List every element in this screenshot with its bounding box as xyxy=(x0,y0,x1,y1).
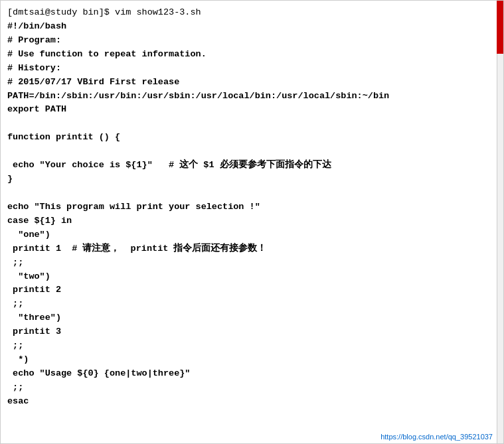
line-printit3: printit 3 xyxy=(7,325,497,339)
line-dsemi2: ;; xyxy=(7,297,497,311)
line-export: export PATH xyxy=(7,103,497,117)
terminal-window: [dmtsai@study bin]$ vim show123-3.sh #!/… xyxy=(0,0,504,444)
line-comment3: # History: xyxy=(7,62,497,76)
line-path: PATH=/bin:/sbin:/usr/bin:/usr/sbin:/usr/… xyxy=(7,90,497,104)
line-dsemi4: ;; xyxy=(7,381,497,395)
line-prompt: [dmtsai@study bin]$ vim show123-3.sh xyxy=(7,6,497,20)
line-comment4: # 2015/07/17 VBird First release xyxy=(7,76,497,90)
line-printit2: printit 2 xyxy=(7,283,497,297)
line-echo1: echo "Your choice is ${1}" # 这个 $1 必须要参考… xyxy=(7,159,497,173)
line-comment1: # Program: xyxy=(7,34,497,48)
line-shebang: #!/bin/bash xyxy=(7,20,497,34)
line-blank2 xyxy=(7,145,497,159)
line-echo2: echo "This program will print your selec… xyxy=(7,200,497,214)
watermark: https://blog.csdn.net/qq_39521037 xyxy=(380,433,493,441)
line-one: "one") xyxy=(7,228,497,242)
line-dsemi1: ;; xyxy=(7,256,497,270)
line-two: "two") xyxy=(7,270,497,284)
line-printit1: printit 1 # 请注意， printit 指令后面还有接参数！ xyxy=(7,242,497,256)
scrollbar[interactable] xyxy=(497,1,503,443)
line-brace: } xyxy=(7,173,497,186)
line-esac: esac xyxy=(7,395,497,409)
line-blank3 xyxy=(7,186,497,200)
line-case: case ${1} in xyxy=(7,214,497,228)
line-func-def: function printit () { xyxy=(7,131,497,145)
line-blank1 xyxy=(7,117,497,131)
line-dsemi3: ;; xyxy=(7,339,497,353)
terminal-content: [dmtsai@study bin]$ vim show123-3.sh #!/… xyxy=(1,1,503,443)
scrollbar-thumb[interactable] xyxy=(497,1,503,54)
line-star: *) xyxy=(7,353,497,367)
line-comment2: # Use function to repeat information. xyxy=(7,48,497,62)
line-echo3: echo "Usage ${0} {one|two|three}" xyxy=(7,367,497,381)
line-three: "three") xyxy=(7,311,497,325)
